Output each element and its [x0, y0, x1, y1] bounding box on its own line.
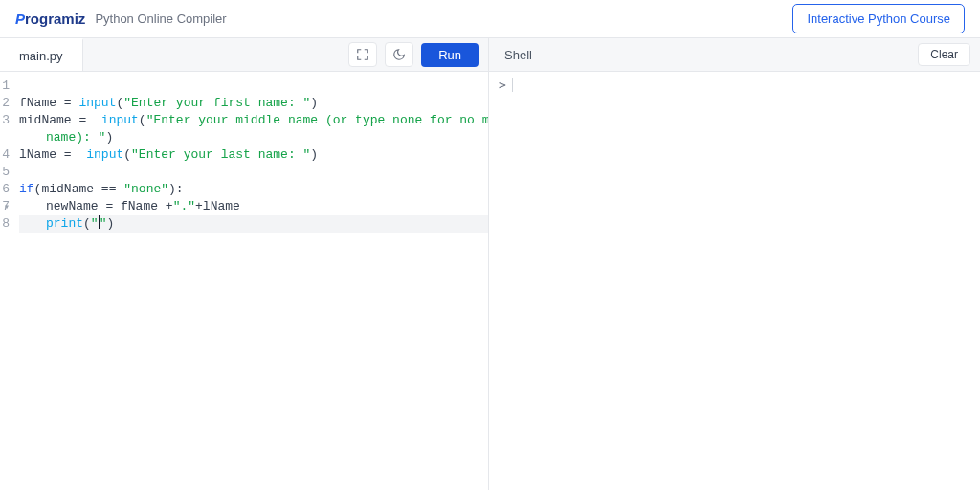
code-line[interactable]: fName = input("Enter your first name: ")	[19, 95, 488, 112]
run-button[interactable]: Run	[421, 43, 479, 67]
shell-toolbar: Shell Clear	[489, 38, 980, 72]
code-line[interactable]	[19, 164, 488, 181]
code-line[interactable]: midName = input("Enter your middle name …	[19, 112, 488, 129]
interactive-course-button[interactable]: Interactive Python Course	[792, 4, 965, 33]
code-editor[interactable]: 123456 ▾78 fName = input("Enter your fir…	[0, 72, 488, 490]
shell-output[interactable]: >	[489, 72, 980, 490]
theme-toggle-icon[interactable]	[385, 42, 413, 67]
logo-rest: rogramiz	[25, 11, 85, 27]
main: main.py Run 123456 ▾78 fName = input("En…	[0, 38, 980, 490]
clear-button[interactable]: Clear	[918, 43, 970, 66]
shell-pane: Shell Clear >	[489, 38, 980, 490]
page-subtitle: Python Online Compiler	[95, 11, 226, 26]
code-body[interactable]: fName = input("Enter your first name: ")…	[17, 72, 488, 490]
code-line[interactable]: newName = fName +"."+lName	[19, 198, 488, 215]
code-line[interactable]	[19, 78, 488, 95]
code-line[interactable]: if(midName == "none"):	[19, 181, 488, 198]
editor-toolbar: main.py Run	[0, 38, 488, 72]
logo[interactable]: Programiz	[15, 11, 85, 27]
code-line[interactable]: lName = input("Enter your last name: ")	[19, 146, 488, 164]
tab-main-py[interactable]: main.py	[0, 38, 83, 71]
shell-prompt: >	[499, 78, 513, 92]
code-line[interactable]: print("")	[19, 215, 488, 233]
shell-title: Shell	[504, 48, 918, 62]
header: Programiz Python Online Compiler Interac…	[0, 0, 980, 38]
editor-pane: main.py Run 123456 ▾78 fName = input("En…	[0, 38, 489, 490]
header-left: Programiz Python Online Compiler	[15, 11, 227, 27]
fullscreen-icon[interactable]	[348, 42, 377, 67]
code-line[interactable]: name): ")	[19, 129, 488, 146]
line-gutter: 123456 ▾78	[0, 72, 17, 490]
